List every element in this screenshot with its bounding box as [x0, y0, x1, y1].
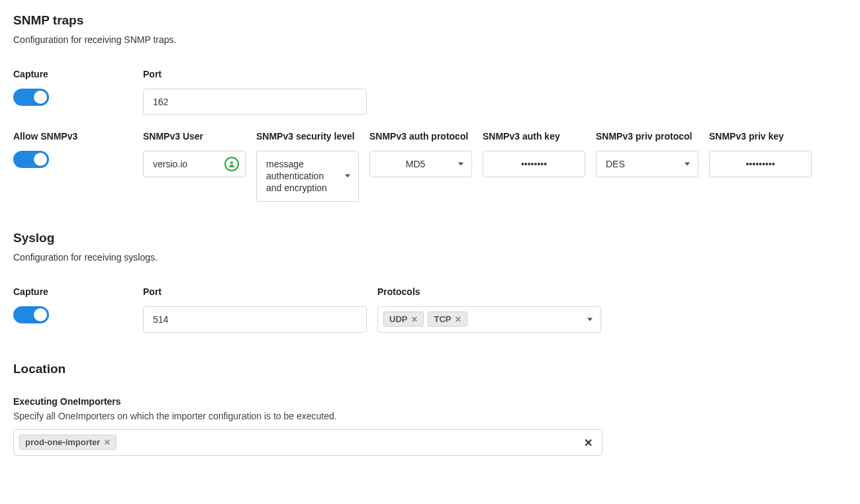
- syslog-port-input[interactable]: [143, 306, 367, 333]
- snmp-privkey-label: SNMPv3 priv key: [709, 131, 812, 142]
- chevron-down-icon: [587, 317, 593, 321]
- snmp-seclevel-field: SNMPv3 security level message authentica…: [256, 131, 359, 202]
- syslog-port-label: Port: [143, 286, 367, 297]
- importer-chip: prod-one-importer ✕: [19, 435, 117, 450]
- snmp-row-1: Capture Port: [13, 69, 847, 115]
- syslog-capture-toggle[interactable]: [13, 306, 49, 323]
- snmp-user-field: SNMPv3 User: [143, 131, 246, 177]
- syslog-protocols-input[interactable]: UDP ✕ TCP ✕: [377, 306, 601, 333]
- location-sub-desc: Specify all OneImporters on which the im…: [13, 411, 847, 421]
- syslog-protocols-label: Protocols: [377, 286, 601, 297]
- snmp-allowv3-label: Allow SNMPv3: [13, 131, 132, 142]
- snmp-port-field: Port: [143, 69, 367, 115]
- protocol-chip-label: TCP: [434, 314, 451, 324]
- snmp-authkey-input[interactable]: [483, 151, 585, 177]
- snmp-row-2: Allow SNMPv3 SNMPv3 User SNMPv3 security…: [13, 131, 847, 202]
- snmp-privproto-select[interactable]: DES: [596, 151, 698, 177]
- clear-all-icon[interactable]: ✕: [584, 436, 593, 448]
- snmp-desc: Configuration for receiving SNMP traps.: [13, 34, 847, 45]
- snmp-authkey-field: SNMPv3 auth key: [483, 131, 585, 177]
- remove-chip-icon[interactable]: ✕: [455, 315, 461, 324]
- syslog-capture-label: Capture: [13, 286, 132, 297]
- snmp-user-label: SNMPv3 User: [143, 131, 246, 142]
- snmp-seclevel-select[interactable]: message authentication and encryption: [256, 151, 359, 202]
- snmp-seclevel-value: message authentication and encryption: [266, 158, 338, 194]
- snmp-authproto-select[interactable]: MD5: [369, 151, 472, 177]
- chevron-down-icon: [685, 163, 690, 166]
- protocol-chip-label: UDP: [389, 314, 407, 324]
- snmp-authproto-label: SNMPv3 auth protocol: [369, 131, 472, 142]
- chevron-down-icon: [345, 175, 350, 178]
- syslog-title: Syslog: [13, 231, 847, 245]
- syslog-protocols-field: Protocols UDP ✕ TCP ✕: [377, 286, 601, 333]
- syslog-desc: Configuration for receiving syslogs.: [13, 252, 847, 263]
- protocol-chip: UDP ✕: [383, 312, 424, 327]
- snmp-authproto-value: MD5: [406, 158, 426, 170]
- snmp-authkey-label: SNMPv3 auth key: [483, 131, 585, 142]
- user-verified-icon: [224, 157, 239, 171]
- location-section: Location Executing OneImporters Specify …: [13, 362, 847, 456]
- snmp-seclevel-label: SNMPv3 security level: [256, 131, 359, 142]
- snmp-title: SNMP traps: [13, 13, 847, 28]
- snmp-authproto-field: SNMPv3 auth protocol MD5: [369, 131, 472, 177]
- location-title: Location: [13, 362, 847, 376]
- syslog-row: Capture Port Protocols UDP ✕ TCP ✕: [13, 286, 847, 333]
- snmp-capture-toggle[interactable]: [13, 89, 49, 106]
- importer-chip-label: prod-one-importer: [25, 437, 100, 447]
- chevron-down-icon: [458, 163, 463, 166]
- snmp-port-input[interactable]: [143, 89, 367, 115]
- syslog-port-field: Port: [143, 286, 367, 333]
- snmp-port-label: Port: [143, 69, 367, 79]
- location-sub-label: Executing OneImporters: [13, 396, 847, 407]
- snmp-privproto-label: SNMPv3 priv protocol: [596, 131, 698, 142]
- svg-point-0: [230, 161, 233, 164]
- snmp-privproto-value: DES: [606, 158, 625, 170]
- snmp-allowv3-toggle[interactable]: [13, 151, 49, 168]
- snmp-privkey-field: SNMPv3 priv key: [709, 131, 812, 177]
- snmp-allowv3-field: Allow SNMPv3: [13, 131, 132, 168]
- snmp-privkey-input[interactable]: [709, 151, 812, 177]
- remove-chip-icon[interactable]: ✕: [104, 438, 111, 447]
- syslog-capture-field: Capture: [13, 286, 132, 323]
- snmp-capture-field: Capture: [13, 69, 132, 106]
- snmp-privproto-field: SNMPv3 priv protocol DES: [596, 131, 698, 177]
- snmp-section: SNMP traps Configuration for receiving S…: [13, 13, 847, 202]
- remove-chip-icon[interactable]: ✕: [411, 315, 418, 324]
- snmp-capture-label: Capture: [13, 69, 132, 79]
- oneimporters-input[interactable]: prod-one-importer ✕ ✕: [13, 429, 602, 456]
- syslog-section: Syslog Configuration for receiving syslo…: [13, 231, 847, 333]
- protocol-chip: TCP ✕: [428, 312, 467, 327]
